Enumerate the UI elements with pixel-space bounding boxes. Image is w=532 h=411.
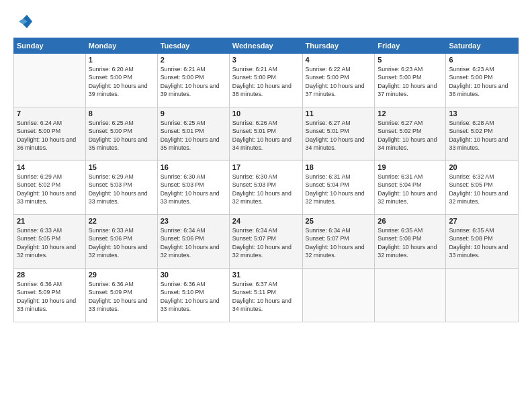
day-info: Sunrise: 6:27 AM Sunset: 5:01 PM Dayligh…: [306, 119, 372, 152]
day-number: 11: [306, 109, 372, 118]
calendar-cell: [14, 54, 86, 107]
day-number: 19: [378, 163, 443, 171]
day-number: 5: [378, 56, 443, 64]
day-info: Sunrise: 6:36 AM Sunset: 5:10 PM Dayligh…: [161, 280, 226, 313]
calendar-cell: 7Sunrise: 6:24 AM Sunset: 5:00 PM Daylig…: [14, 107, 86, 161]
day-number: 20: [449, 163, 515, 171]
day-number: 30: [161, 271, 226, 279]
day-number: 25: [306, 217, 372, 225]
day-info: Sunrise: 6:36 AM Sunset: 5:09 PM Dayligh…: [17, 280, 83, 313]
calendar-cell: 3Sunrise: 6:21 AM Sunset: 5:00 PM Daylig…: [229, 54, 302, 107]
day-number: 1: [89, 56, 154, 64]
day-info: Sunrise: 6:33 AM Sunset: 5:06 PM Dayligh…: [89, 226, 154, 259]
calendar-cell: 10Sunrise: 6:26 AM Sunset: 5:01 PM Dayli…: [229, 107, 302, 161]
day-number: 9: [161, 109, 226, 118]
day-number: 17: [232, 163, 300, 171]
calendar-cell: 6Sunrise: 6:23 AM Sunset: 5:00 PM Daylig…: [446, 54, 519, 107]
weekday-header-tuesday: Tuesday: [157, 38, 229, 54]
day-info: Sunrise: 6:31 AM Sunset: 5:04 PM Dayligh…: [378, 173, 443, 205]
day-info: Sunrise: 6:34 AM Sunset: 5:07 PM Dayligh…: [306, 226, 372, 259]
calendar-cell: 26Sunrise: 6:35 AM Sunset: 5:08 PM Dayli…: [375, 215, 446, 269]
day-number: 28: [17, 271, 83, 279]
page: SundayMondayTuesdayWednesdayThursdayFrid…: [0, 0, 532, 411]
calendar-cell: 2Sunrise: 6:21 AM Sunset: 5:00 PM Daylig…: [157, 54, 229, 107]
calendar-cell: 4Sunrise: 6:22 AM Sunset: 5:00 PM Daylig…: [302, 54, 375, 107]
calendar-cell: 29Sunrise: 6:36 AM Sunset: 5:09 PM Dayli…: [85, 269, 157, 322]
day-number: 29: [89, 271, 154, 279]
calendar-week-row: 28Sunrise: 6:36 AM Sunset: 5:09 PM Dayli…: [14, 269, 519, 322]
day-info: Sunrise: 6:22 AM Sunset: 5:00 PM Dayligh…: [306, 65, 372, 98]
day-info: Sunrise: 6:30 AM Sunset: 5:03 PM Dayligh…: [232, 173, 300, 205]
calendar-table: SundayMondayTuesdayWednesdayThursdayFrid…: [13, 38, 519, 322]
day-number: 23: [161, 217, 226, 225]
day-number: 14: [17, 163, 83, 171]
day-info: Sunrise: 6:26 AM Sunset: 5:01 PM Dayligh…: [232, 119, 300, 152]
calendar-cell: 13Sunrise: 6:28 AM Sunset: 5:02 PM Dayli…: [446, 107, 519, 161]
day-number: 15: [89, 163, 154, 171]
day-number: 3: [232, 56, 300, 64]
calendar-cell: [446, 269, 519, 322]
day-number: 13: [449, 109, 515, 118]
day-number: 24: [232, 217, 300, 225]
calendar-week-row: 1Sunrise: 6:20 AM Sunset: 5:00 PM Daylig…: [14, 54, 519, 107]
day-info: Sunrise: 6:29 AM Sunset: 5:02 PM Dayligh…: [17, 173, 83, 205]
day-info: Sunrise: 6:32 AM Sunset: 5:05 PM Dayligh…: [449, 173, 515, 205]
day-info: Sunrise: 6:25 AM Sunset: 5:01 PM Dayligh…: [161, 119, 226, 152]
weekday-header-friday: Friday: [375, 38, 446, 54]
day-number: 4: [306, 56, 372, 64]
weekday-header-wednesday: Wednesday: [229, 38, 302, 54]
day-info: Sunrise: 6:24 AM Sunset: 5:00 PM Dayligh…: [17, 119, 83, 152]
calendar-cell: 24Sunrise: 6:34 AM Sunset: 5:07 PM Dayli…: [229, 215, 302, 269]
day-number: 7: [17, 109, 83, 118]
calendar-cell: 31Sunrise: 6:37 AM Sunset: 5:11 PM Dayli…: [229, 269, 302, 322]
calendar-cell: 17Sunrise: 6:30 AM Sunset: 5:03 PM Dayli…: [229, 161, 302, 215]
calendar-cell: 25Sunrise: 6:34 AM Sunset: 5:07 PM Dayli…: [302, 215, 375, 269]
calendar-cell: 27Sunrise: 6:35 AM Sunset: 5:08 PM Dayli…: [446, 215, 519, 269]
day-info: Sunrise: 6:23 AM Sunset: 5:00 PM Dayligh…: [378, 65, 443, 98]
calendar-cell: 11Sunrise: 6:27 AM Sunset: 5:01 PM Dayli…: [302, 107, 375, 161]
day-number: 2: [161, 56, 226, 64]
calendar-cell: 15Sunrise: 6:29 AM Sunset: 5:03 PM Dayli…: [85, 161, 157, 215]
day-info: Sunrise: 6:37 AM Sunset: 5:11 PM Dayligh…: [232, 280, 300, 313]
weekday-header-sunday: Sunday: [14, 38, 86, 54]
calendar-cell: 14Sunrise: 6:29 AM Sunset: 5:02 PM Dayli…: [14, 161, 86, 215]
calendar-cell: 12Sunrise: 6:27 AM Sunset: 5:02 PM Dayli…: [375, 107, 446, 161]
day-info: Sunrise: 6:33 AM Sunset: 5:05 PM Dayligh…: [17, 226, 83, 259]
day-number: 6: [449, 56, 515, 64]
calendar-cell: 28Sunrise: 6:36 AM Sunset: 5:09 PM Dayli…: [14, 269, 86, 322]
day-number: 8: [89, 109, 154, 118]
day-number: 27: [449, 217, 515, 225]
calendar-cell: 18Sunrise: 6:31 AM Sunset: 5:04 PM Dayli…: [302, 161, 375, 215]
day-info: Sunrise: 6:27 AM Sunset: 5:02 PM Dayligh…: [378, 119, 443, 152]
day-info: Sunrise: 6:31 AM Sunset: 5:04 PM Dayligh…: [306, 173, 372, 205]
day-info: Sunrise: 6:35 AM Sunset: 5:08 PM Dayligh…: [378, 226, 443, 259]
calendar-cell: 8Sunrise: 6:25 AM Sunset: 5:00 PM Daylig…: [85, 107, 157, 161]
calendar-cell: 1Sunrise: 6:20 AM Sunset: 5:00 PM Daylig…: [85, 54, 157, 107]
day-info: Sunrise: 6:20 AM Sunset: 5:00 PM Dayligh…: [89, 65, 154, 98]
day-number: 22: [89, 217, 154, 225]
calendar-week-row: 21Sunrise: 6:33 AM Sunset: 5:05 PM Dayli…: [14, 215, 519, 269]
calendar-cell: 30Sunrise: 6:36 AM Sunset: 5:10 PM Dayli…: [157, 269, 229, 322]
weekday-header-row: SundayMondayTuesdayWednesdayThursdayFrid…: [14, 38, 519, 54]
weekday-header-monday: Monday: [85, 38, 157, 54]
calendar-week-row: 14Sunrise: 6:29 AM Sunset: 5:02 PM Dayli…: [14, 161, 519, 215]
day-info: Sunrise: 6:29 AM Sunset: 5:03 PM Dayligh…: [89, 173, 154, 205]
logo: [13, 12, 35, 31]
day-number: 21: [17, 217, 83, 225]
day-info: Sunrise: 6:23 AM Sunset: 5:00 PM Dayligh…: [449, 65, 515, 98]
day-number: 31: [232, 271, 300, 279]
logo-icon: [13, 12, 32, 31]
calendar-cell: 20Sunrise: 6:32 AM Sunset: 5:05 PM Dayli…: [446, 161, 519, 215]
calendar-cell: 21Sunrise: 6:33 AM Sunset: 5:05 PM Dayli…: [14, 215, 86, 269]
day-number: 10: [232, 109, 300, 118]
day-info: Sunrise: 6:30 AM Sunset: 5:03 PM Dayligh…: [161, 173, 226, 205]
calendar-cell: 19Sunrise: 6:31 AM Sunset: 5:04 PM Dayli…: [375, 161, 446, 215]
day-number: 26: [378, 217, 443, 225]
calendar-cell: 23Sunrise: 6:34 AM Sunset: 5:06 PM Dayli…: [157, 215, 229, 269]
day-info: Sunrise: 6:28 AM Sunset: 5:02 PM Dayligh…: [449, 119, 515, 152]
day-info: Sunrise: 6:25 AM Sunset: 5:00 PM Dayligh…: [89, 119, 154, 152]
calendar-cell: [375, 269, 446, 322]
day-info: Sunrise: 6:21 AM Sunset: 5:00 PM Dayligh…: [161, 65, 226, 98]
day-number: 16: [161, 163, 226, 171]
weekday-header-thursday: Thursday: [302, 38, 375, 54]
